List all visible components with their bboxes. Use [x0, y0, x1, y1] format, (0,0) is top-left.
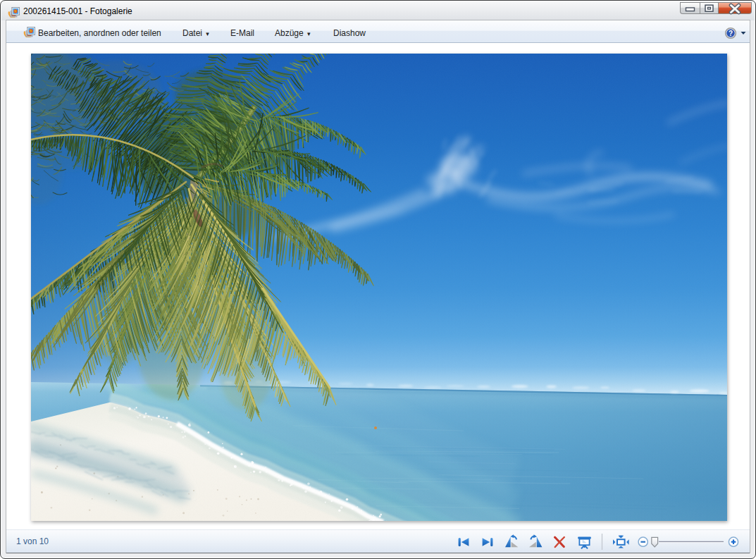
svg-text:?: ? [729, 30, 733, 37]
